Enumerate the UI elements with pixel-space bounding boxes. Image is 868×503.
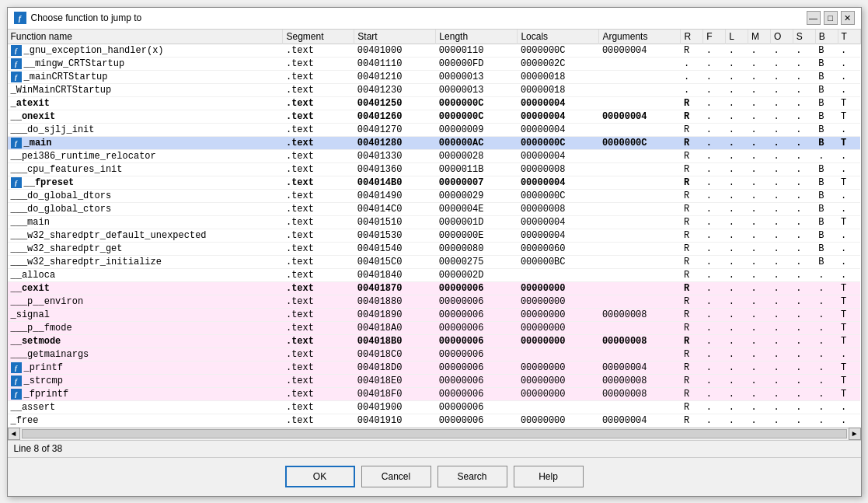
cell-s: . [793,123,815,136]
table-row[interactable]: f_main.text00401280000000AC0000000C00000… [8,136,861,149]
cell-start: 00401870 [354,281,436,295]
scroll-right-button[interactable]: ► [849,428,861,440]
cell-name: ___cpu_features_init [8,162,283,176]
table-row[interactable]: f_strcmp.text004018E00000000600000000000… [8,374,861,387]
cell-start: 00401230 [354,83,436,96]
minimize-button[interactable]: — [807,11,821,25]
cell-l: . [726,176,748,189]
scroll-left-button[interactable]: ◄ [8,428,20,440]
cell-f: . [703,308,726,321]
table-body: f_gnu_exception_handler(x).text004010000… [8,44,861,427]
cell-length: 0000011B [436,162,518,176]
cell-name: ___main [8,215,283,229]
col-header-arguments[interactable]: Arguments [599,30,681,44]
cell-r: R [681,281,703,295]
col-header-o[interactable]: O [770,30,793,44]
table-row[interactable]: f__fpreset.text004014B00000000700000004R… [8,176,861,189]
function-name: _fprintf [24,389,69,400]
col-header-start[interactable]: Start [354,30,436,44]
col-header-locals[interactable]: Locals [518,30,599,44]
cell-arguments: 00000004 [599,361,681,374]
table-row[interactable]: ___p__environ.text0040188000000006000000… [8,295,861,308]
cell-o: . [770,123,793,136]
cell-l: . [726,215,748,229]
table-row[interactable]: f__mingw_CRTStartup.text00401110000000FD… [8,57,861,70]
cell-f: . [703,321,726,334]
cell-l: . [726,321,748,334]
cell-name: ___do_sjlj_init [8,123,283,136]
col-header-b[interactable]: B [815,30,838,44]
cell-arguments: 00000004 [599,110,681,123]
table-row[interactable]: ___getmainargs.text004018C000000006R....… [8,348,861,361]
table-row[interactable]: __pei386_runtime_relocator.text004013300… [8,149,861,162]
cell-l: . [726,414,748,427]
cell-arguments: 00000004 [599,414,681,427]
col-header-s[interactable]: S [793,30,815,44]
cell-name: __cexit [8,281,283,295]
table-row[interactable]: f_mainCRTStartup.text0040121000000013000… [8,70,861,83]
table-row[interactable]: ___do_sjlj_init.text00401270000000090000… [8,123,861,136]
cell-locals [518,400,599,414]
table-row[interactable]: _signal.text0040189000000006000000000000… [8,308,861,321]
function-icon: f [11,376,22,386]
close-button[interactable]: ✕ [841,11,855,25]
table-row[interactable]: ___w32_sharedptr_initialize.text004015C0… [8,255,861,268]
cell-m: . [748,110,771,123]
cell-o: . [770,321,793,334]
col-header-f[interactable]: F [703,30,726,44]
col-header-segment[interactable]: Segment [283,30,354,44]
function-name: __cexit [11,283,50,294]
restore-button[interactable]: □ [824,11,838,25]
cell-length: 00000006 [436,308,518,321]
col-header-t[interactable]: T [838,30,860,44]
col-header-name[interactable]: Function name [8,30,283,44]
cell-segment: .text [283,348,354,361]
table-row[interactable]: __setmode.text004018B0000000060000000000… [8,334,861,348]
col-header-length[interactable]: Length [436,30,518,44]
col-header-r[interactable]: R [681,30,703,44]
cell-s: . [793,176,815,189]
cell-b: B [815,110,838,123]
cell-l: . [726,44,748,57]
cell-m: . [748,176,771,189]
function-name: ___do_global_dtors [11,190,112,201]
cell-f: . [703,44,726,57]
table-row[interactable]: ___do_global_dtors.text00401490000000290… [8,189,861,202]
cell-s: . [793,136,815,149]
table-row[interactable]: __assert.text0040190000000006R....... [8,400,861,414]
cell-s: . [793,374,815,387]
table-row[interactable]: __cexit.text004018700000000600000000R...… [8,281,861,295]
ok-button[interactable]: OK [285,466,355,487]
col-header-l[interactable]: L [726,30,748,44]
cell-arguments [599,162,681,176]
cancel-button[interactable]: Cancel [361,466,431,487]
table-row[interactable]: _atexit.text004012500000000C00000004R...… [8,96,861,110]
search-button[interactable]: Search [437,466,507,487]
table-row[interactable]: f_gnu_exception_handler(x).text004010000… [8,44,861,57]
table-row[interactable]: __onexit.text004012600000000C00000004000… [8,110,861,123]
cell-name: f_mainCRTStartup [8,70,283,83]
cell-m: . [748,334,771,348]
cell-t: . [838,202,860,215]
table-row[interactable]: __alloca.text004018400000002DR....... [8,268,861,281]
table-row[interactable]: ___cpu_features_init.text004013600000011… [8,162,861,176]
table-row[interactable]: f_fprintf.text004018F0000000060000000000… [8,387,861,400]
table-row[interactable]: ___main.text004015100000001D00000004R...… [8,215,861,229]
table-row[interactable]: ___w32_sharedptr_get.text004015400000008… [8,242,861,255]
scroll-track[interactable] [22,429,847,438]
table-row[interactable]: _free.text004019100000000600000000000000… [8,414,861,427]
col-header-m[interactable]: M [748,30,771,44]
cell-start: 00401840 [354,268,436,281]
help-button[interactable]: Help [514,466,584,487]
table-row[interactable]: ___w32_sharedptr_default_unexpected.text… [8,229,861,242]
table-container[interactable]: Function name Segment Start Length Local… [8,30,861,428]
cell-s: . [793,96,815,110]
dialog: f Choose function to jump to — □ ✕ [7,7,862,497]
cell-r: R [681,96,703,110]
table-row[interactable]: ___do_global_ctors.text004014C00000004E0… [8,202,861,215]
table-row[interactable]: _WinMainCRTStartup.text00401230000000130… [8,83,861,96]
table-row[interactable]: f_printf.text004018D00000000600000000000… [8,361,861,374]
h-scrollbar[interactable]: ◄ ► [8,428,861,440]
cell-o: . [770,387,793,400]
table-row[interactable]: ___p__fmode.text004018A00000000600000000… [8,321,861,334]
